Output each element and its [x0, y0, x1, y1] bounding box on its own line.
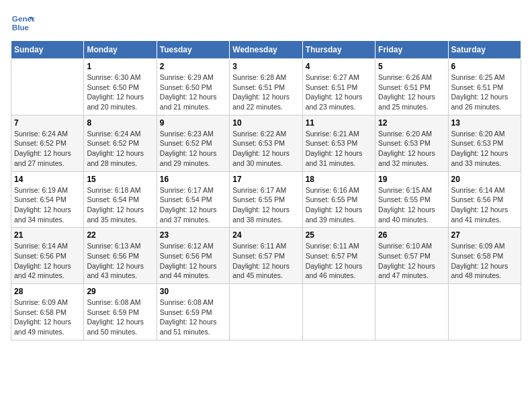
sunrise-text: Sunrise: 6:27 AM: [306, 73, 359, 81]
sunset-text: Sunset: 6:51 PM: [451, 83, 504, 91]
day-number: 8: [87, 118, 153, 128]
day-number: 26: [378, 230, 445, 240]
sunrise-text: Sunrise: 6:11 AM: [306, 242, 359, 250]
day-info: Sunrise: 6:26 AM Sunset: 6:51 PM Dayligh…: [378, 73, 445, 112]
daylight-text: Daylight: 12 hours and 41 minutes.: [451, 205, 508, 224]
daylight-text: Daylight: 12 hours and 39 minutes.: [306, 205, 363, 224]
sunset-text: Sunset: 6:53 PM: [232, 139, 285, 147]
daylight-text: Daylight: 12 hours and 22 minutes.: [232, 93, 290, 111]
day-number: 9: [160, 118, 226, 128]
calendar-cell: [230, 284, 302, 340]
day-number: 10: [232, 118, 299, 128]
calendar-cell: 21 Sunrise: 6:14 AM Sunset: 6:56 PM Dayl…: [11, 228, 84, 284]
day-info: Sunrise: 6:28 AM Sunset: 6:51 PM Dayligh…: [232, 73, 299, 112]
sunrise-text: Sunrise: 6:12 AM: [160, 242, 214, 250]
day-number: 25: [306, 230, 372, 240]
sunset-text: Sunset: 6:58 PM: [14, 308, 66, 316]
day-number: 30: [160, 287, 226, 296]
sunset-text: Sunset: 6:55 PM: [232, 195, 285, 203]
calendar-cell: 14 Sunrise: 6:19 AM Sunset: 6:54 PM Dayl…: [11, 171, 84, 228]
sunset-text: Sunset: 6:56 PM: [160, 252, 212, 260]
day-number: 24: [232, 230, 299, 240]
sunrise-text: Sunrise: 6:15 AM: [378, 186, 432, 194]
calendar-cell: 17 Sunrise: 6:17 AM Sunset: 6:55 PM Dayl…: [230, 171, 302, 228]
day-info: Sunrise: 6:11 AM Sunset: 6:57 PM Dayligh…: [232, 241, 299, 281]
sunrise-text: Sunrise: 6:18 AM: [87, 186, 140, 194]
day-info: Sunrise: 6:20 AM Sunset: 6:53 PM Dayligh…: [451, 129, 518, 169]
daylight-text: Daylight: 12 hours and 45 minutes.: [232, 262, 290, 280]
daylight-text: Daylight: 12 hours and 23 minutes.: [306, 93, 363, 111]
sunrise-text: Sunrise: 6:28 AM: [232, 73, 286, 81]
calendar-cell: 5 Sunrise: 6:26 AM Sunset: 6:51 PM Dayli…: [375, 59, 448, 116]
day-info: Sunrise: 6:13 AM Sunset: 6:56 PM Dayligh…: [87, 241, 153, 281]
daylight-text: Daylight: 12 hours and 25 minutes.: [378, 93, 435, 111]
calendar-cell: 3 Sunrise: 6:28 AM Sunset: 6:51 PM Dayli…: [230, 59, 302, 116]
day-number: 22: [87, 230, 153, 240]
sunrise-text: Sunrise: 6:14 AM: [451, 186, 505, 194]
day-info: Sunrise: 6:09 AM Sunset: 6:58 PM Dayligh…: [451, 241, 518, 281]
calendar-cell: 11 Sunrise: 6:21 AM Sunset: 6:53 PM Dayl…: [302, 115, 375, 171]
daylight-text: Daylight: 12 hours and 33 minutes.: [451, 149, 508, 167]
day-info: Sunrise: 6:08 AM Sunset: 6:59 PM Dayligh…: [87, 298, 153, 337]
sunrise-text: Sunrise: 6:08 AM: [160, 298, 214, 306]
day-number: 13: [451, 118, 518, 128]
calendar-cell: 4 Sunrise: 6:27 AM Sunset: 6:51 PM Dayli…: [302, 59, 375, 116]
weekday-tuesday: Tuesday: [157, 41, 229, 59]
day-number: 27: [451, 230, 518, 240]
calendar-week-5: 28 Sunrise: 6:09 AM Sunset: 6:58 PM Dayl…: [11, 284, 521, 340]
sunset-text: Sunset: 6:53 PM: [306, 139, 358, 147]
sunrise-text: Sunrise: 6:17 AM: [160, 186, 214, 194]
day-info: Sunrise: 6:15 AM Sunset: 6:55 PM Dayligh…: [378, 185, 445, 225]
calendar-cell: 9 Sunrise: 6:23 AM Sunset: 6:52 PM Dayli…: [157, 115, 229, 171]
day-number: 23: [160, 230, 226, 240]
day-info: Sunrise: 6:09 AM Sunset: 6:58 PM Dayligh…: [14, 298, 81, 337]
calendar-cell: [375, 284, 448, 340]
day-info: Sunrise: 6:25 AM Sunset: 6:51 PM Dayligh…: [451, 73, 518, 112]
day-info: Sunrise: 6:30 AM Sunset: 6:50 PM Dayligh…: [87, 73, 153, 112]
sunset-text: Sunset: 6:51 PM: [306, 83, 358, 91]
day-number: 5: [378, 62, 445, 71]
calendar-cell: 28 Sunrise: 6:09 AM Sunset: 6:58 PM Dayl…: [11, 284, 84, 340]
day-number: 12: [378, 118, 445, 128]
page-header: General Blue: [11, 11, 521, 35]
daylight-text: Daylight: 12 hours and 49 minutes.: [14, 318, 71, 336]
day-info: Sunrise: 6:08 AM Sunset: 6:59 PM Dayligh…: [160, 298, 226, 337]
sunrise-text: Sunrise: 6:14 AM: [14, 242, 68, 250]
logo: General Blue: [11, 11, 35, 35]
day-number: 20: [451, 175, 518, 184]
day-number: 7: [14, 118, 81, 128]
sunrise-text: Sunrise: 6:29 AM: [160, 73, 214, 81]
sunset-text: Sunset: 6:56 PM: [87, 252, 139, 260]
sunset-text: Sunset: 6:51 PM: [378, 83, 431, 91]
day-number: 3: [232, 62, 299, 71]
sunset-text: Sunset: 6:56 PM: [451, 195, 504, 203]
sunrise-text: Sunrise: 6:16 AM: [306, 186, 359, 194]
sunrise-text: Sunrise: 6:21 AM: [306, 130, 359, 138]
calendar-cell: [448, 284, 521, 340]
calendar-cell: 8 Sunrise: 6:24 AM Sunset: 6:52 PM Dayli…: [84, 115, 157, 171]
day-number: 19: [378, 175, 445, 184]
day-number: 29: [87, 287, 153, 296]
day-number: 15: [87, 175, 153, 184]
day-number: 4: [306, 62, 372, 71]
calendar-week-4: 21 Sunrise: 6:14 AM Sunset: 6:56 PM Dayl…: [11, 228, 521, 284]
calendar-cell: 1 Sunrise: 6:30 AM Sunset: 6:50 PM Dayli…: [84, 59, 157, 116]
sunset-text: Sunset: 6:53 PM: [451, 139, 504, 147]
day-info: Sunrise: 6:14 AM Sunset: 6:56 PM Dayligh…: [451, 185, 518, 225]
sunrise-text: Sunrise: 6:20 AM: [451, 130, 505, 138]
sunset-text: Sunset: 6:51 PM: [232, 83, 285, 91]
calendar-cell: 23 Sunrise: 6:12 AM Sunset: 6:56 PM Dayl…: [157, 228, 229, 284]
sunrise-text: Sunrise: 6:25 AM: [451, 73, 505, 81]
sunrise-text: Sunrise: 6:24 AM: [14, 130, 68, 138]
sunrise-text: Sunrise: 6:24 AM: [87, 130, 140, 138]
daylight-text: Daylight: 12 hours and 50 minutes.: [87, 318, 144, 336]
sunrise-text: Sunrise: 6:08 AM: [87, 298, 140, 306]
day-number: 28: [14, 287, 81, 296]
weekday-saturday: Saturday: [448, 41, 521, 59]
sunset-text: Sunset: 6:57 PM: [306, 252, 358, 260]
sunrise-text: Sunrise: 6:20 AM: [378, 130, 432, 138]
day-info: Sunrise: 6:17 AM Sunset: 6:54 PM Dayligh…: [160, 185, 226, 225]
sunset-text: Sunset: 6:59 PM: [160, 308, 212, 316]
sunset-text: Sunset: 6:54 PM: [14, 195, 66, 203]
daylight-text: Daylight: 12 hours and 32 minutes.: [378, 149, 435, 167]
